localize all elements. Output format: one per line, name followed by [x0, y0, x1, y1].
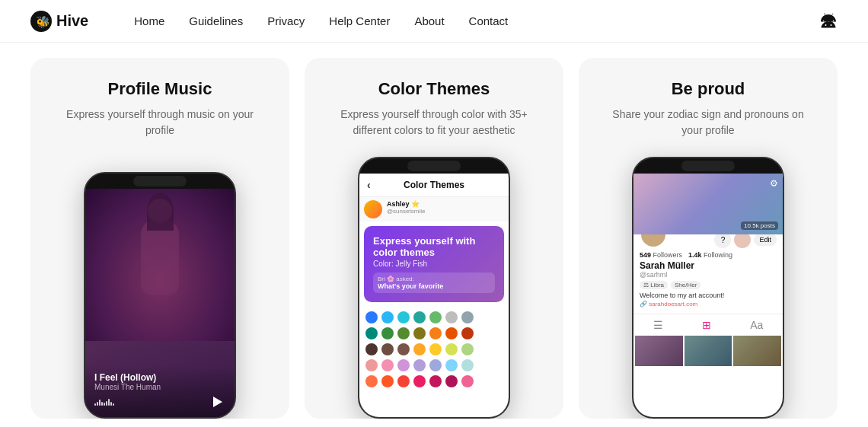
chat2-msg: What's your favorite — [378, 282, 490, 290]
color-dot[interactable] — [461, 343, 474, 355]
card-proud-title: Be proud — [672, 79, 745, 99]
phone-color: ‹ Color Themes Ashley ⭐ @sunsetsmile Exp… — [358, 157, 510, 419]
profile-link[interactable]: 🔗 sarahdoesart.com — [640, 301, 777, 308]
color-row-5 — [365, 375, 503, 387]
phone-music: × Edit my music I Feel (Hollow) Munesi — [84, 172, 236, 419]
color-dot[interactable] — [429, 343, 442, 355]
music-bar-5 — [104, 403, 105, 406]
color-dot[interactable] — [429, 375, 442, 387]
hive-logo-icon: 🐝 — [30, 11, 52, 32]
color-dot[interactable] — [397, 359, 410, 371]
person-body — [141, 219, 179, 295]
chat-user: Ashley ⭐ — [387, 200, 425, 208]
color-dot[interactable] — [429, 359, 442, 371]
phone-notch-bar-music — [85, 174, 235, 189]
person-hair — [147, 193, 174, 231]
color-dot[interactable] — [397, 375, 410, 387]
chat-avatar — [364, 200, 382, 218]
color-dot[interactable] — [381, 375, 394, 387]
tab-list-icon[interactable]: ☰ — [653, 319, 663, 331]
chat-info: Ashley ⭐ @sunsetsmile — [387, 200, 425, 215]
color-row-4 — [365, 359, 503, 371]
notch-pill-music — [133, 176, 187, 186]
color-dot[interactable] — [461, 359, 474, 371]
color-dot[interactable] — [365, 359, 378, 371]
color-row-3 — [365, 343, 503, 355]
music-bars — [94, 399, 114, 406]
phone-proud: ⚙ 10.5k posts ? Edit — [632, 157, 784, 419]
person-figure — [126, 199, 194, 332]
color-dot[interactable] — [397, 327, 410, 339]
profile-grid — [633, 336, 783, 366]
nav-help-center[interactable]: Help Center — [329, 14, 390, 27]
color-screen-header: ‹ Color Themes — [359, 174, 509, 197]
color-dot[interactable] — [445, 327, 458, 339]
color-dot[interactable] — [365, 375, 378, 387]
color-dot[interactable] — [445, 375, 458, 387]
profile-thumb-3 — [733, 336, 781, 366]
nav-contact[interactable]: Contact — [469, 14, 509, 27]
android-icon — [819, 11, 838, 29]
nav-guidelines[interactable]: Guidelines — [189, 14, 243, 27]
chat-preview: Ashley ⭐ @sunsetsmile — [359, 197, 509, 221]
color-dot[interactable] — [413, 375, 426, 387]
profile-badges: ⚖ Libra She/Her — [640, 281, 777, 289]
color-dot[interactable] — [413, 359, 426, 371]
color-dot[interactable] — [461, 327, 474, 339]
chat-handle: @sunsetsmile — [387, 208, 425, 215]
edit-profile-button[interactable]: Edit — [754, 234, 777, 246]
color-dot[interactable] — [397, 343, 410, 355]
tab-text-icon[interactable]: Aa — [750, 319, 763, 331]
logo-link[interactable]: 🐝 Hive — [30, 11, 88, 32]
color-dot[interactable] — [381, 343, 394, 355]
tab-grid-icon[interactable]: ⊞ — [702, 319, 711, 331]
card-music-title: Profile Music — [108, 79, 212, 99]
settings-icon[interactable]: ⚙ — [770, 178, 778, 189]
color-dot[interactable] — [381, 327, 394, 339]
color-dot[interactable] — [413, 311, 426, 323]
following-count: 1.4k Following — [688, 251, 732, 259]
color-dot[interactable] — [381, 311, 394, 323]
phone-music-wrap: × Edit my music I Feel (Hollow) Munesi — [84, 172, 236, 419]
color-dot[interactable] — [429, 327, 442, 339]
color-dot[interactable] — [445, 311, 458, 323]
color-hero: Express yourself with color themes Color… — [364, 226, 504, 302]
color-dot[interactable] — [461, 311, 474, 323]
phone-color-wrap: ‹ Color Themes Ashley ⭐ @sunsetsmile Exp… — [358, 157, 510, 419]
card-profile-music: Profile Music Express yourself through m… — [30, 58, 289, 419]
main-content: Profile Music Express yourself through m… — [0, 43, 868, 419]
color-dot[interactable] — [445, 343, 458, 355]
color-dot[interactable] — [445, 359, 458, 371]
nav-about[interactable]: About — [414, 14, 444, 27]
color-dot[interactable] — [365, 327, 378, 339]
nav-home[interactable]: Home — [134, 14, 164, 27]
pronouns-badge: She/Her — [671, 281, 700, 289]
music-bottom: I Feel (Hollow) Munesi The Human — [85, 365, 235, 417]
nav-privacy[interactable]: Privacy — [267, 14, 305, 27]
nav-right — [819, 11, 838, 32]
back-icon[interactable]: ‹ — [367, 179, 371, 191]
color-dot[interactable] — [397, 311, 410, 323]
profile-tabs: ☰ ⊞ Aa — [633, 314, 783, 336]
music-bar-8 — [110, 402, 112, 406]
phone-proud-wrap: ⚙ 10.5k posts ? Edit — [632, 157, 784, 419]
phone-notch-bar-proud — [633, 158, 783, 174]
play-icon — [213, 397, 222, 407]
svg-text:🐝: 🐝 — [36, 15, 50, 29]
color-dot[interactable] — [413, 327, 426, 339]
profile-screen: ⚙ 10.5k posts ? Edit — [633, 174, 783, 417]
color-dot[interactable] — [429, 311, 442, 323]
phone-notch-bar-color — [359, 158, 509, 174]
music-bar-7 — [108, 399, 110, 406]
color-row-2 — [365, 327, 503, 339]
music-controls — [94, 394, 225, 409]
color-dot[interactable] — [365, 343, 378, 355]
chat2: Bri 🌸 asked: — [378, 276, 490, 282]
color-dot[interactable] — [413, 343, 426, 355]
play-button[interactable] — [210, 394, 225, 409]
posts-count: 10.5k posts — [741, 221, 778, 230]
color-dot[interactable] — [461, 375, 474, 387]
color-dot[interactable] — [381, 359, 394, 371]
color-dot[interactable] — [365, 311, 378, 323]
notch-pill-color — [407, 161, 461, 171]
